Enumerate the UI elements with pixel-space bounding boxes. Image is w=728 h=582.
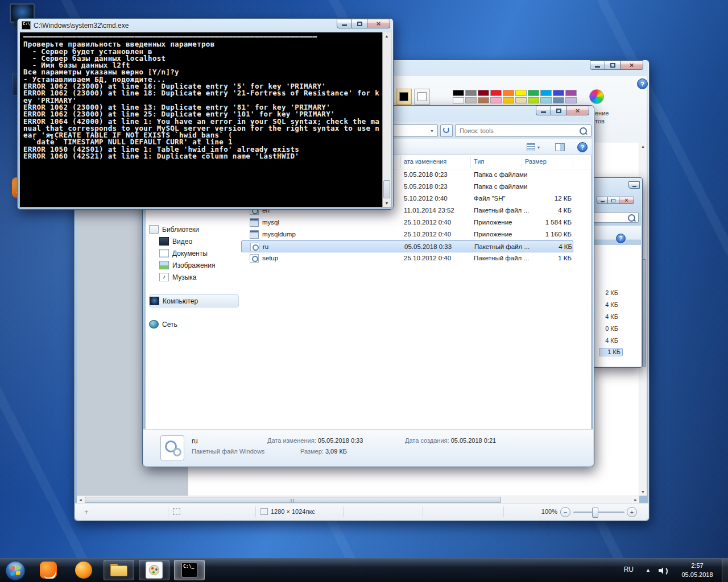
chevron-down-icon[interactable]: ▼ — [430, 129, 434, 133]
close-button[interactable]: × — [566, 106, 589, 115]
cmd-icon: C:\ — [22, 21, 31, 30]
taskbar-item-cmd[interactable]: C:\_ — [174, 560, 205, 580]
help-icon[interactable]: ? — [616, 234, 626, 243]
paint-palette-row2 — [453, 97, 577, 103]
minimize-button[interactable] — [597, 197, 608, 204]
language-indicator[interactable]: RU — [624, 566, 634, 573]
paint-color1-swatch[interactable] — [396, 89, 412, 105]
sidebar-item-libraries[interactable]: Библиотеки — [149, 223, 239, 235]
scroll-down-icon[interactable]: ▼ — [383, 199, 391, 207]
palette-swatch[interactable] — [465, 90, 477, 96]
scroll-down-icon[interactable]: ▼ — [639, 488, 647, 496]
help-button[interactable]: ? — [575, 141, 590, 153]
palette-swatch[interactable] — [465, 97, 477, 103]
table-row[interactable]: mysql 25.10.2012 0:40 Приложение 1 584 К… — [241, 217, 590, 228]
close-button[interactable]: × — [621, 60, 643, 70]
palette-swatch[interactable] — [478, 90, 489, 96]
palette-swatch[interactable] — [490, 90, 502, 96]
list-item[interactable]: 4 КБ — [593, 299, 641, 311]
minimize-button[interactable] — [590, 60, 605, 70]
sidebar-item-video[interactable]: Видео — [159, 235, 239, 247]
palette-swatch[interactable] — [453, 90, 464, 96]
zoom-in-button[interactable]: + — [627, 507, 637, 517]
console-output[interactable]: ════════════════════════════════════════… — [20, 32, 383, 207]
start-button[interactable] — [5, 560, 26, 581]
paint-statusbar: + 1280 × 1024пкс 100% − + — [75, 503, 648, 520]
zoom-slider-track[interactable] — [573, 512, 624, 513]
palette-swatch[interactable] — [478, 97, 489, 103]
palette-swatch[interactable] — [503, 90, 514, 96]
maximize-button[interactable] — [551, 106, 566, 115]
maximize-button[interactable] — [608, 197, 619, 204]
edit-colors-icon[interactable] — [589, 89, 604, 104]
file-date: 25.10.2012 0:40 — [404, 255, 451, 261]
change-view-button[interactable]: ▼ — [522, 141, 545, 153]
sidebar-item-computer[interactable]: Компьютер — [149, 294, 239, 307]
minimize-button[interactable] — [628, 181, 640, 189]
scroll-thumb[interactable] — [383, 180, 390, 198]
table-row[interactable]: mysqldump 25.10.2012 0:40 Приложение 1 1… — [241, 228, 590, 240]
details-size: Размер: 3,09 КБ — [300, 448, 347, 455]
paint-color2-swatch[interactable] — [414, 89, 430, 105]
sidebar-item-label: Компьютер — [163, 297, 198, 305]
taskbar-item-browser[interactable] — [68, 560, 99, 580]
sidebar-item-pictures[interactable]: Изображения — [159, 259, 239, 271]
palette-swatch[interactable] — [515, 90, 527, 96]
zoom-out-button[interactable]: − — [560, 507, 570, 517]
close-button[interactable]: × — [367, 19, 390, 28]
palette-swatch[interactable] — [528, 97, 539, 103]
preview-pane-button[interactable] — [551, 141, 568, 153]
column-header-date[interactable]: ата изменения — [404, 158, 446, 165]
minimize-button[interactable] — [337, 19, 352, 28]
scroll-up-icon[interactable]: ▲ — [383, 32, 391, 40]
minimize-button[interactable] — [536, 106, 551, 115]
clock[interactable]: 2:57 05.05.2018 — [675, 561, 720, 579]
cmd-scrollbar[interactable]: ▲ ▼ — [382, 32, 391, 207]
scroll-up-icon[interactable]: ▲ — [639, 143, 647, 150]
palette-swatch[interactable] — [540, 90, 552, 96]
background-toolbar: ? — [593, 226, 641, 240]
background-search-input[interactable] — [593, 212, 639, 223]
sidebar-item-music[interactable]: ♪ Музыка — [159, 271, 239, 283]
palette-swatch[interactable] — [503, 97, 514, 103]
search-input[interactable]: Поиск: tools — [455, 124, 592, 137]
table-row-selected[interactable]: ru 05.05.2018 0:33 Пакетный файл ... 4 К… — [241, 240, 573, 252]
taskbar-item-paint[interactable] — [139, 560, 169, 580]
close-button[interactable]: × — [619, 197, 634, 204]
list-item[interactable]: 1 КБ — [593, 347, 641, 359]
list-item[interactable]: 2 КБ — [593, 287, 641, 299]
show-desktop-button[interactable] — [722, 559, 728, 582]
paint-horizontal-scrollbar[interactable]: ◄ ► — [77, 496, 639, 504]
list-item[interactable]: 0 КБ — [593, 323, 641, 335]
column-header-type[interactable]: Тип — [474, 158, 484, 165]
documents-icon — [159, 249, 169, 257]
scroll-thumb[interactable] — [85, 497, 501, 503]
maximize-button[interactable] — [605, 60, 621, 70]
volume-icon[interactable] — [659, 567, 668, 574]
palette-swatch[interactable] — [515, 97, 527, 103]
file-type: Пакетный файл ... — [474, 207, 529, 214]
palette-swatch[interactable] — [553, 97, 564, 103]
palette-swatch[interactable] — [490, 97, 502, 103]
maximize-button[interactable] — [352, 19, 367, 28]
sidebar-item-network[interactable]: Сеть — [149, 318, 239, 330]
sidebar-item-documents[interactable]: Документы — [159, 247, 239, 259]
column-header-size[interactable]: Размер — [525, 158, 547, 165]
table-row[interactable]: setup 25.10.2012 0:40 Пакетный файл ... … — [241, 252, 590, 264]
palette-swatch[interactable] — [540, 97, 552, 103]
selection-size-icon — [173, 508, 180, 515]
palette-swatch[interactable] — [565, 90, 577, 96]
palette-swatch[interactable] — [553, 90, 564, 96]
edit-colors-label[interactable]: ение тов — [595, 109, 609, 125]
palette-swatch[interactable] — [528, 90, 539, 96]
zoom-slider-thumb[interactable] — [592, 508, 598, 518]
palette-swatch[interactable] — [565, 97, 577, 103]
list-item[interactable]: 4 КБ — [593, 311, 641, 323]
show-hidden-icons-button[interactable]: ▲ — [646, 567, 651, 573]
taskbar-item-uc-browser[interactable] — [33, 560, 64, 580]
taskbar-item-explorer[interactable] — [104, 560, 134, 580]
refresh-button[interactable] — [440, 124, 453, 137]
palette-swatch[interactable] — [453, 97, 464, 103]
list-item[interactable]: 4 КБ — [593, 335, 641, 347]
paint-help-icon[interactable]: ? — [637, 78, 648, 89]
